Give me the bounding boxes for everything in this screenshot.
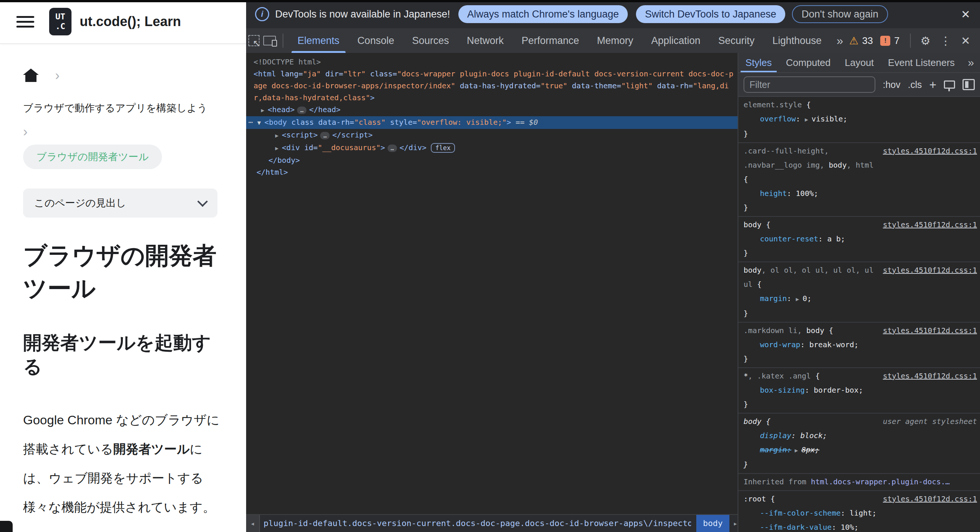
devtools-main: <!DOCTYPE html> <html lang="ja" dir="ltr…	[246, 53, 980, 532]
tab-lighthouse[interactable]: Lighthouse	[764, 28, 831, 53]
styles-sidebar: Styles Computed Layout Event Listeners »…	[738, 53, 980, 532]
tab-console[interactable]: Console	[348, 28, 403, 53]
logo-line1: UT	[56, 12, 65, 22]
tab-event-listeners[interactable]: Event Listeners	[881, 53, 962, 72]
issues-icon[interactable]: !	[880, 36, 890, 46]
rule-element-style[interactable]: element.style { overflow: ▶ visible; }	[738, 97, 980, 143]
inherited-from-row[interactable]: Inherited from html.docs-wrapper.plugin-…	[738, 474, 980, 491]
toolbar-divider	[283, 33, 283, 48]
home-icon[interactable]	[23, 68, 39, 83]
breadcrumb-current[interactable]: ブラウザの開発者ツール	[23, 145, 162, 169]
chevron-down-icon	[197, 196, 208, 207]
site-navbar: UT .C ut.code(); Learn	[0, 0, 246, 44]
toc-label: このページの見出し	[34, 196, 126, 210]
tab-network[interactable]: Network	[458, 28, 513, 53]
tab-performance[interactable]: Performance	[513, 28, 588, 53]
new-style-rule-icon[interactable]: +	[929, 79, 936, 91]
dom-script[interactable]: ▶ <script>…</script>	[246, 129, 738, 142]
rule-card-full-height[interactable]: .card--full-height, .navbar__logo img, b…	[738, 143, 980, 217]
tab-elements[interactable]: Elements	[289, 28, 348, 53]
hamburger-menu-icon[interactable]	[16, 13, 34, 30]
dont-show-again-button[interactable]: Don't show again	[792, 5, 888, 23]
crumb-forward-icon[interactable]: ▸	[733, 518, 738, 529]
dom-head[interactable]: ▶ <head>…</head>	[246, 104, 738, 116]
cls-toggle[interactable]: .cls	[908, 80, 922, 90]
doc-content: › ブラウザで動作するアプリを構築しよう › ブラウザの開発者ツール このページ…	[0, 68, 246, 532]
logo-line2: .C	[56, 22, 65, 31]
tab-security[interactable]: Security	[709, 28, 764, 53]
toolbar-divider	[910, 33, 911, 48]
chevron-right-icon: ›	[55, 69, 60, 82]
stylesheet-link[interactable]: styles.4510f12d.css:1	[883, 369, 977, 383]
switch-japanese-button[interactable]: Switch DevTools to Japanese	[636, 5, 785, 23]
dom-html-open[interactable]: <html lang="ja" dir="ltr" class="docs-wr…	[246, 68, 738, 104]
dom-body-close[interactable]: </body>	[246, 154, 738, 166]
site-page: UT .C ut.code(); Learn › ブラウザで動作するアプリを構築…	[0, 0, 246, 532]
rule-root-variables[interactable]: :root {styles.4510f12d.css:1 --ifm-color…	[738, 491, 980, 532]
stylesheet-link[interactable]: styles.4510f12d.css:1	[883, 323, 977, 338]
styles-rule-list: element.style { overflow: ▶ visible; } .…	[738, 97, 980, 532]
rendering-brush-icon[interactable]	[944, 80, 955, 89]
sidebar-toggle-icon[interactable]	[963, 79, 975, 90]
tab-application[interactable]: Application	[642, 28, 709, 53]
elements-breadcrumb-bar: ◂ plugin-id-default.docs-version-current…	[246, 514, 738, 532]
inspect-cursor-icon: ↖	[248, 35, 259, 46]
dom-div-docusaurus[interactable]: ▶ <div id="__docusaurus">…</div>flex	[246, 142, 738, 154]
stylesheet-link[interactable]: styles.4510f12d.css:1	[883, 263, 977, 291]
more-tabs-icon[interactable]: »	[831, 34, 849, 48]
dom-html-close[interactable]: </html>	[246, 166, 738, 178]
tab-styles[interactable]: Styles	[738, 53, 779, 72]
site-logo[interactable]: UT .C	[49, 8, 72, 35]
breadcrumb-lesson[interactable]: ブラウザで動作するアプリを構築しよう	[23, 100, 223, 115]
rule-body-counter[interactable]: body {styles.4510f12d.css:1 counter-rese…	[738, 217, 980, 262]
paragraph-bold: 開発者ツール	[113, 442, 190, 456]
stylesheet-link[interactable]: styles.4510f12d.css:1	[883, 144, 977, 186]
rule-body-lists-margin[interactable]: body, ol ol, ol ul, ul ol, ul ul {styles…	[738, 262, 980, 323]
device-toolbar-icon	[263, 36, 276, 45]
infobar-message: DevTools is now available in Japanese!	[275, 9, 450, 20]
breadcrumb: ›	[23, 68, 223, 83]
toc-collapsible[interactable]: このページの見出し	[23, 188, 218, 218]
page-title: ブラウザの開発者ツール	[23, 239, 232, 305]
crumb-path[interactable]: plugin-id-default.docs-version-current.d…	[264, 518, 691, 529]
infobar-close-icon[interactable]: ✕	[961, 8, 970, 21]
rule-user-agent-body[interactable]: body {user agent stylesheet display: blo…	[738, 414, 980, 474]
warning-icon[interactable]: ⚠	[849, 35, 858, 47]
tab-computed[interactable]: Computed	[779, 53, 838, 72]
stylesheet-link[interactable]: styles.4510f12d.css:1	[883, 492, 977, 506]
chevron-right-icon: ›	[23, 125, 223, 139]
toolbar-right-cluster: ⚠ 33 ! 7 ⚙ ⋮ ✕	[849, 33, 980, 48]
styles-filter-input[interactable]	[744, 76, 875, 93]
match-language-button[interactable]: Always match Chrome's language	[458, 5, 628, 23]
kebab-menu-icon[interactable]: ⋮	[937, 34, 954, 47]
crumb-selected-body[interactable]: body	[696, 515, 729, 532]
tab-memory[interactable]: Memory	[588, 28, 642, 53]
crumb-back-icon[interactable]: ◂	[246, 515, 260, 532]
devtools-infobar: i DevTools is now available in Japanese!…	[246, 0, 980, 28]
elements-dom-tree: <!DOCTYPE html> <html lang="ja" dir="ltr…	[246, 53, 738, 532]
tab-sources[interactable]: Sources	[403, 28, 458, 53]
section-heading: 開発者ツールを起動する	[23, 331, 223, 379]
warning-count[interactable]: 33	[862, 35, 873, 46]
status-bubble	[0, 521, 13, 532]
styles-tabs: Styles Computed Layout Event Listeners »	[738, 53, 980, 72]
window-top-edge	[0, 0, 980, 2]
site-title[interactable]: ut.code(); Learn	[80, 14, 181, 29]
styles-toolbar: :hov .cls +	[738, 72, 980, 97]
dom-body-selected[interactable]: ⋯▼ <body class data-rh="class" style="ov…	[246, 116, 738, 129]
tab-layout[interactable]: Layout	[838, 53, 881, 72]
rule-universal-box-sizing[interactable]: *, .katex .angl {styles.4510f12d.css:1 b…	[738, 368, 980, 414]
inspect-element-button[interactable]: ↖	[246, 32, 262, 49]
settings-gear-icon[interactable]: ⚙	[918, 34, 934, 47]
hov-toggle[interactable]: :hov	[883, 80, 900, 90]
issues-count[interactable]: 7	[894, 35, 899, 46]
info-icon: i	[255, 7, 269, 21]
devtools-toolbar: ↖ Elements Console Sources Network Perfo…	[246, 28, 980, 53]
dom-doctype[interactable]: <!DOCTYPE html>	[246, 56, 738, 68]
device-toolbar-button[interactable]	[262, 32, 277, 49]
devtools-close-icon[interactable]: ✕	[958, 34, 973, 47]
rule-markdown-li[interactable]: .markdown li, body {styles.4510f12d.css:…	[738, 323, 980, 368]
stylesheet-link[interactable]: styles.4510f12d.css:1	[883, 218, 977, 232]
paragraph: Google Chrome などのブラウザに搭載されている開発者ツールには、ウェ…	[23, 405, 227, 522]
more-tabs-icon[interactable]: »	[968, 56, 980, 69]
